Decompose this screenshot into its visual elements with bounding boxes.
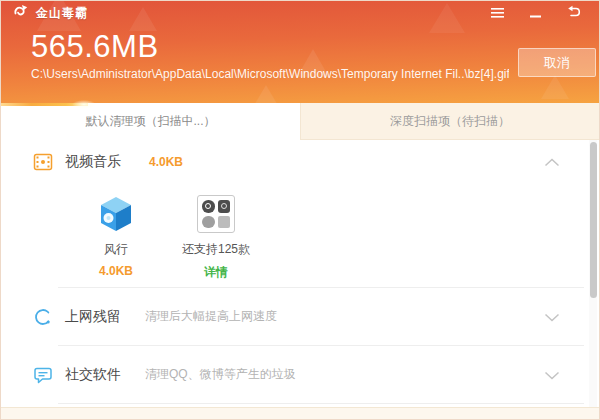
hamburger-icon	[491, 4, 504, 22]
app-logo-icon	[13, 4, 30, 23]
scan-progress-bar	[1, 103, 88, 106]
back-button[interactable]	[559, 3, 587, 23]
menu-button[interactable]	[483, 3, 511, 23]
expand-section-button[interactable]	[541, 364, 563, 386]
current-scan-path: C:\Users\Administrator\AppData\Local\Mic…	[31, 67, 509, 81]
collapse-section-button[interactable]	[541, 151, 563, 173]
app-grid-icon	[196, 193, 236, 235]
scrollbar-track[interactable]	[589, 140, 597, 407]
scanning-spinner-icon	[33, 307, 53, 327]
tab-default-label: 默认清理项（扫描中...）	[85, 113, 215, 130]
details-link[interactable]: 详情	[204, 264, 228, 281]
app-title: 金山毒霸	[36, 5, 88, 22]
section-internet-leftovers[interactable]: 上网残留 清理后大幅提高上网速度	[1, 288, 599, 345]
divider	[58, 403, 584, 404]
clean-items-list: 视频音乐 4.0KB 风行	[1, 140, 599, 407]
return-arrow-icon	[566, 4, 581, 22]
tab-bar: 默认清理项（扫描中...） 深度扫描项（待扫描）	[1, 103, 599, 140]
app-item-funshion[interactable]: 风行 4.0KB	[66, 183, 166, 278]
app-item-size: 4.0KB	[99, 264, 133, 278]
section-title: 上网残留	[65, 308, 121, 326]
more-apps-item[interactable]: 还支持125款 详情	[166, 183, 266, 281]
section-size-badge: 4.0KB	[149, 155, 183, 169]
scanned-size: 565.6MB	[31, 29, 159, 65]
minimize-button[interactable]	[521, 3, 549, 23]
app-item-name: 风行	[104, 241, 128, 258]
section-description: 清理QQ、微博等产生的垃圾	[145, 366, 296, 383]
chevron-down-icon	[544, 366, 560, 384]
video-music-detail: 风行 4.0KB 还支持125款 详情	[1, 183, 599, 287]
cancel-button[interactable]: 取消	[518, 48, 596, 77]
scan-header: 金山毒霸	[1, 1, 599, 103]
scrollbar-thumb[interactable]	[590, 142, 597, 298]
tab-deep-label: 深度扫描项（待扫描）	[390, 113, 510, 130]
app-window: 金山毒霸	[0, 0, 600, 420]
section-title: 视频音乐	[65, 153, 121, 171]
film-icon	[33, 152, 53, 172]
more-apps-label: 还支持125款	[182, 241, 250, 258]
chat-bubble-icon	[33, 365, 53, 385]
expand-section-button[interactable]	[541, 306, 563, 328]
decor-triangle	[253, 85, 279, 103]
cancel-button-label: 取消	[544, 54, 570, 72]
funshion-cube-icon	[96, 193, 136, 235]
chevron-down-icon	[544, 308, 560, 326]
tab-default-clean[interactable]: 默认清理项（扫描中...）	[1, 103, 300, 140]
tab-deep-scan[interactable]: 深度扫描项（待扫描）	[300, 103, 599, 140]
window-bottom-edge	[1, 407, 599, 419]
chevron-up-icon	[544, 153, 560, 171]
decor-triangle	[541, 75, 569, 99]
section-video-music[interactable]: 视频音乐 4.0KB	[1, 140, 599, 183]
minimize-icon	[530, 4, 541, 22]
titlebar: 金山毒霸	[1, 1, 599, 25]
section-title: 社交软件	[65, 366, 121, 384]
section-social-software[interactable]: 社交软件 清理QQ、微博等产生的垃圾	[1, 346, 599, 403]
section-description: 清理后大幅提高上网速度	[145, 308, 277, 325]
